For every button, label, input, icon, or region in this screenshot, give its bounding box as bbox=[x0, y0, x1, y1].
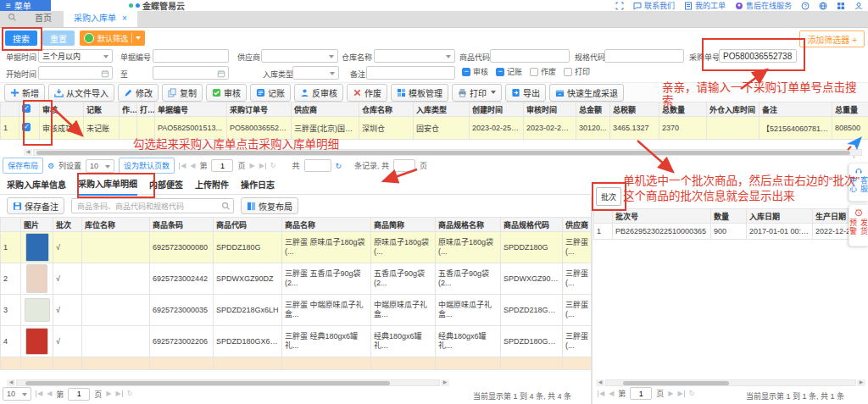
checkbox-audit[interactable]: 审核 bbox=[462, 66, 488, 77]
col-name[interactable]: 商品名称 bbox=[282, 218, 371, 232]
user-icon[interactable] bbox=[854, 2, 863, 10]
edit-button[interactable]: 修改 bbox=[118, 84, 159, 102]
refresh-icon[interactable]: ↻ bbox=[270, 163, 276, 169]
save-layout-button[interactable]: 保存布局 bbox=[3, 158, 43, 174]
copy-button[interactable]: 复制 bbox=[162, 84, 203, 102]
collapse-handle[interactable]: › bbox=[853, 153, 855, 161]
batch-row[interactable]: 1 PB2629523022510000365 900 2017-01-01 0… bbox=[594, 224, 868, 240]
refresh-icon[interactable]: ↻ bbox=[689, 390, 695, 397]
checkbox-void[interactable]: 作废 bbox=[530, 66, 556, 77]
col-qty[interactable]: 总数量 bbox=[659, 102, 707, 117]
col-location[interactable]: 库位名称 bbox=[82, 218, 150, 232]
last-page-icon[interactable]: ▶ bbox=[116, 390, 123, 397]
scroll-right-button[interactable]: ▶ bbox=[857, 379, 865, 386]
export-button[interactable]: 导出 bbox=[505, 84, 546, 102]
tab-purchase-inbound[interactable]: 采购入库单 × bbox=[64, 10, 137, 27]
tab-operation-log[interactable]: 操作日志 bbox=[241, 176, 275, 195]
col-weight[interactable]: 总重量 bbox=[832, 102, 868, 117]
col-code[interactable]: 商品代码 bbox=[214, 218, 282, 232]
shipping-alert-widget[interactable]: 发货预警 bbox=[849, 204, 868, 246]
inbound-type-select[interactable] bbox=[292, 66, 339, 80]
void-button[interactable]: 作废 bbox=[347, 84, 387, 102]
column-settings-label[interactable]: 列设置 bbox=[58, 160, 81, 171]
detail-search-input[interactable] bbox=[75, 200, 221, 213]
cell-select[interactable] bbox=[19, 117, 40, 140]
refresh-icon[interactable]: ↻ bbox=[127, 390, 133, 397]
prev-page-icon[interactable]: ◀ bbox=[609, 390, 614, 397]
scroll-right-button[interactable]: ▶ bbox=[441, 379, 449, 386]
tab-internal-notes[interactable]: 内部便签 bbox=[149, 176, 183, 195]
scroll-left-button[interactable]: ◀ bbox=[7, 379, 15, 386]
first-page-icon[interactable]: ◀ bbox=[179, 163, 186, 169]
col-supplier[interactable]: 供应商 bbox=[563, 218, 592, 232]
col-doc-no[interactable]: 单据编号 bbox=[155, 102, 227, 117]
contact-us-link[interactable]: 联系我们 bbox=[633, 0, 675, 11]
col-remark[interactable]: 备注 bbox=[760, 102, 832, 117]
total-records-input[interactable] bbox=[304, 159, 331, 172]
col-batch-no[interactable]: 批次号 bbox=[613, 209, 711, 224]
page-size-select[interactable]: 10 bbox=[3, 387, 31, 401]
detail-hscrollbar[interactable] bbox=[16, 379, 440, 386]
calendar-icon[interactable] bbox=[217, 69, 225, 80]
detail-row[interactable]: 2 √ 6925723002442 SPDWXGZ90DZ 三胖蛋 五香瓜子90… bbox=[1, 263, 592, 295]
end-time-input[interactable] bbox=[153, 66, 229, 80]
col-image[interactable]: 图片 bbox=[21, 218, 53, 232]
col-po-no[interactable]: 采购订单号 bbox=[227, 102, 292, 117]
last-page-icon[interactable]: ▶ bbox=[259, 163, 266, 169]
col-supplier[interactable]: 供应商 bbox=[292, 102, 359, 117]
checkbox-icon[interactable] bbox=[530, 68, 538, 76]
col-inbound-type[interactable]: 入库类型 bbox=[414, 102, 470, 117]
checkbox-icon[interactable] bbox=[564, 68, 572, 76]
tab-search-icon[interactable] bbox=[8, 13, 17, 24]
order-row[interactable]: 1 审核成功 未记账 PAO5825001513... PO5800365527… bbox=[1, 117, 868, 140]
supplier-select[interactable] bbox=[261, 49, 338, 63]
quick-generate-return-button[interactable]: 快速生成采退 bbox=[549, 84, 624, 102]
first-page-icon[interactable]: ◀ bbox=[36, 390, 42, 397]
default-filter-button[interactable]: 默认筛选 bbox=[80, 30, 145, 46]
detail-row[interactable]: 4 √ 6925723002206 SPDZD180GX6LH 三胖蛋 经典18… bbox=[1, 326, 592, 357]
batch-button[interactable]: 批次 bbox=[596, 187, 621, 206]
col-amount[interactable]: 总金额 bbox=[576, 102, 610, 117]
after-sales-service-link[interactable]: 售后在线服务 bbox=[735, 0, 792, 11]
globe-icon[interactable] bbox=[819, 2, 827, 10]
import-file-button[interactable]: 从文件导入 bbox=[48, 84, 114, 102]
col-audited[interactable]: 审核时间 bbox=[524, 102, 576, 117]
print-button[interactable]: 打印 bbox=[452, 84, 502, 102]
search-button[interactable]: 搜索 bbox=[5, 30, 37, 46]
col-qty[interactable]: 数量 bbox=[711, 209, 747, 224]
col-ext-time[interactable]: 外仓入库时间 bbox=[707, 102, 760, 117]
col-inbound-date[interactable]: 入库日期 bbox=[747, 209, 813, 224]
last-page-icon[interactable]: ▶ bbox=[678, 390, 685, 397]
tab-home[interactable]: 首页 bbox=[23, 10, 64, 27]
add-filter-button[interactable]: 添加筛选器 + bbox=[799, 30, 865, 47]
po-number-input[interactable] bbox=[719, 49, 797, 63]
product-code-input[interactable] bbox=[490, 49, 570, 63]
tab-order-info[interactable]: 采购入库单信息 bbox=[7, 176, 66, 195]
scroll-left-button[interactable]: ◀ bbox=[596, 379, 604, 386]
panel-divider[interactable] bbox=[591, 196, 593, 404]
service-center-widget[interactable]: 客服中心 bbox=[849, 163, 868, 202]
fullscreen-icon[interactable] bbox=[615, 2, 624, 10]
col-short-name[interactable]: 商品简称 bbox=[371, 218, 436, 232]
col-spec-name[interactable]: 商品规格名称 bbox=[436, 218, 501, 232]
detail-row[interactable]: 1 √ 6925723000080 SPDDZ180G 三胖蛋 原味瓜子180g… bbox=[1, 232, 592, 263]
col-audit[interactable]: 审核 bbox=[40, 102, 84, 117]
col-spec-code[interactable]: 商品规格代码 bbox=[501, 218, 563, 232]
batch-hscrollbar[interactable] bbox=[605, 379, 856, 386]
checkbox-print[interactable]: 打印 bbox=[564, 66, 590, 77]
col-book[interactable]: 记账 bbox=[84, 102, 120, 117]
scrollbar-thumb[interactable] bbox=[36, 151, 850, 155]
tab-order-detail[interactable]: 采购入库单明细 bbox=[78, 175, 137, 196]
close-tab-icon[interactable]: × bbox=[122, 10, 127, 27]
select-all-checkbox[interactable] bbox=[22, 104, 31, 113]
rocket-icon[interactable] bbox=[845, 134, 864, 154]
spec-code-input[interactable] bbox=[604, 49, 684, 63]
doc-time-select[interactable]: 三个月以内 bbox=[38, 49, 113, 63]
page-input[interactable] bbox=[68, 388, 90, 401]
sync-icon[interactable]: ↻ bbox=[336, 162, 342, 170]
page-input[interactable] bbox=[211, 159, 233, 172]
search-icon[interactable] bbox=[221, 202, 231, 213]
save-remark-button[interactable]: 保存备注 bbox=[7, 197, 64, 214]
page-input[interactable] bbox=[630, 387, 652, 400]
page-size-select[interactable]: 10 bbox=[86, 159, 114, 173]
